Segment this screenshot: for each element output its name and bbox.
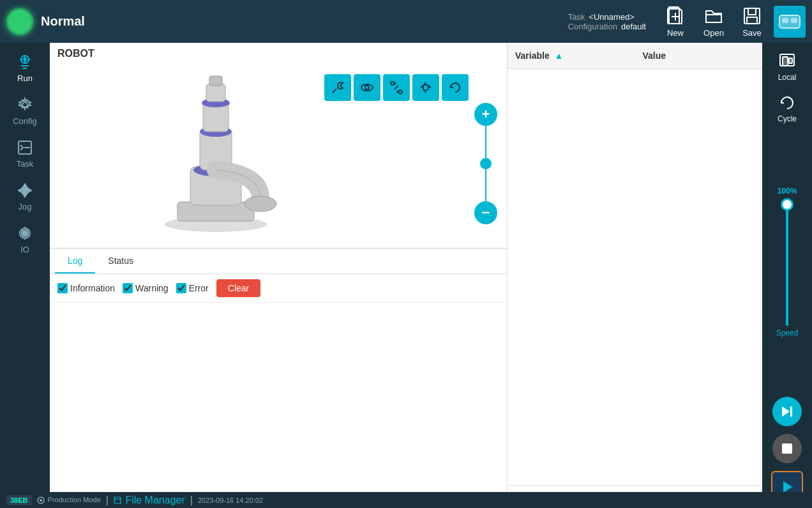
run-icon — [16, 53, 34, 71]
cycle-button[interactable]: Cycle — [765, 89, 809, 127]
tool-move-button[interactable] — [412, 74, 439, 101]
svg-rect-9 — [791, 18, 797, 23]
slider-container[interactable] — [781, 198, 793, 326]
svg-rect-44 — [783, 57, 788, 66]
open-label: Open — [703, 28, 724, 38]
config-value: default — [621, 22, 646, 31]
production-mode-text: Production Mode — [37, 496, 101, 504]
variable-header: Variable ▲ Value — [508, 43, 762, 69]
svg-rect-5 — [748, 8, 756, 15]
tool-wrench-button[interactable] — [324, 74, 351, 101]
sidebar-run-label: Run — [17, 73, 33, 83]
sidebar-item-jog[interactable]: Jog — [2, 176, 48, 217]
svg-rect-6 — [747, 17, 757, 24]
svg-point-40 — [244, 196, 276, 212]
header: Normal Task <Unnamed> Configuration defa… — [0, 0, 812, 43]
value-col-header: Value — [635, 43, 763, 68]
sidebar-config-label: Config — [13, 116, 37, 126]
status-tab[interactable]: Status — [95, 249, 146, 273]
svg-rect-47 — [790, 406, 792, 417]
save-icon — [742, 6, 762, 26]
save-button[interactable]: Save — [735, 3, 769, 40]
header-buttons: New Open Save — [659, 3, 769, 40]
sidebar-io-label: IO — [20, 245, 29, 254]
variable-content — [508, 69, 762, 485]
zoom-line-2 — [485, 169, 486, 201]
svg-marker-49 — [783, 481, 792, 493]
stop-button[interactable] — [772, 434, 802, 463]
slider-thumb[interactable] — [781, 198, 793, 211]
cycle-icon — [778, 93, 797, 112]
speed-label: Speed — [776, 328, 799, 337]
sidebar-item-task[interactable]: Task — [2, 134, 48, 174]
zoom-out-button[interactable]: − — [474, 201, 497, 224]
right-sidebar: Local Cycle 100% Speed — [762, 43, 812, 508]
speed-value: 100% — [778, 187, 797, 196]
error-filter[interactable]: Error — [176, 283, 209, 293]
zoom-in-button[interactable]: + — [474, 103, 497, 126]
right-variable-panel: Variable ▲ Value Show WayPoint — [507, 43, 762, 508]
error-label: Error — [189, 283, 209, 293]
svg-point-15 — [24, 58, 26, 61]
robot-title: ROBOT — [50, 43, 507, 65]
svg-marker-23 — [19, 188, 22, 193]
sidebar-task-label: Task — [17, 159, 34, 169]
variable-col-header: Variable ▲ — [508, 43, 635, 68]
log-content — [50, 303, 507, 508]
information-checkbox[interactable] — [57, 283, 68, 293]
tool-rotate-button[interactable] — [442, 74, 469, 101]
sort-icon: ▲ — [555, 50, 564, 61]
robot-viewport: ROBOT — [50, 43, 507, 247]
jog-icon — [16, 181, 34, 199]
warning-filter[interactable]: Warning — [123, 283, 169, 293]
log-tab[interactable]: Log — [55, 249, 95, 273]
robot-3d — [114, 71, 318, 237]
status-indicator — [6, 8, 33, 35]
new-icon — [665, 6, 686, 26]
sidebar-item-io[interactable]: IO — [2, 219, 48, 259]
error-checkbox[interactable] — [176, 283, 186, 293]
local-icon — [778, 52, 797, 71]
zoom-line — [485, 126, 486, 158]
local-label: Local — [778, 73, 797, 82]
sidebar-item-run[interactable]: Run — [2, 48, 48, 88]
svg-rect-39 — [209, 76, 222, 86]
local-button[interactable]: Local — [765, 48, 809, 86]
version-badge: 38EB — [6, 495, 32, 505]
svg-marker-21 — [22, 184, 27, 188]
file-manager-link[interactable]: File Manager — [114, 495, 185, 506]
robot-canvas: + − — [50, 65, 507, 243]
app-logo — [774, 6, 806, 38]
sidebar-item-config[interactable]: Config — [2, 91, 48, 131]
normal-label: Normal — [41, 14, 85, 29]
speed-slider-area: 100% Speed — [776, 131, 799, 393]
clear-button[interactable]: Clear — [216, 279, 260, 297]
separator-2: | — [190, 495, 193, 506]
log-tabs: Log Status — [50, 249, 507, 274]
svg-point-29 — [23, 231, 27, 235]
log-section: Log Status Information Warning Error — [50, 249, 507, 508]
save-label: Save — [742, 28, 762, 38]
bottom-bar: 38EB Production Mode | File Manager | 20… — [0, 492, 812, 508]
open-icon — [703, 6, 724, 26]
task-label: Task — [568, 12, 585, 22]
zoom-dot — [480, 158, 492, 169]
warning-checkbox[interactable] — [123, 283, 133, 293]
skip-button[interactable] — [772, 397, 802, 426]
task-icon — [16, 139, 34, 157]
new-label: New — [667, 28, 684, 38]
new-button[interactable]: New — [659, 3, 692, 40]
information-label: Information — [70, 283, 115, 293]
stop-icon — [781, 442, 793, 455]
warning-label: Warning — [135, 283, 169, 293]
svg-point-51 — [40, 499, 42, 502]
tool-link-button[interactable] — [383, 74, 410, 101]
open-button[interactable]: Open — [697, 3, 730, 40]
tool-eye-button[interactable] — [354, 74, 380, 101]
io-icon — [16, 224, 34, 242]
svg-marker-46 — [782, 406, 790, 417]
sidebar-jog-label: Jog — [19, 202, 32, 212]
svg-point-25 — [23, 189, 27, 192]
information-filter[interactable]: Information — [57, 283, 115, 293]
separator-1: | — [106, 495, 109, 506]
